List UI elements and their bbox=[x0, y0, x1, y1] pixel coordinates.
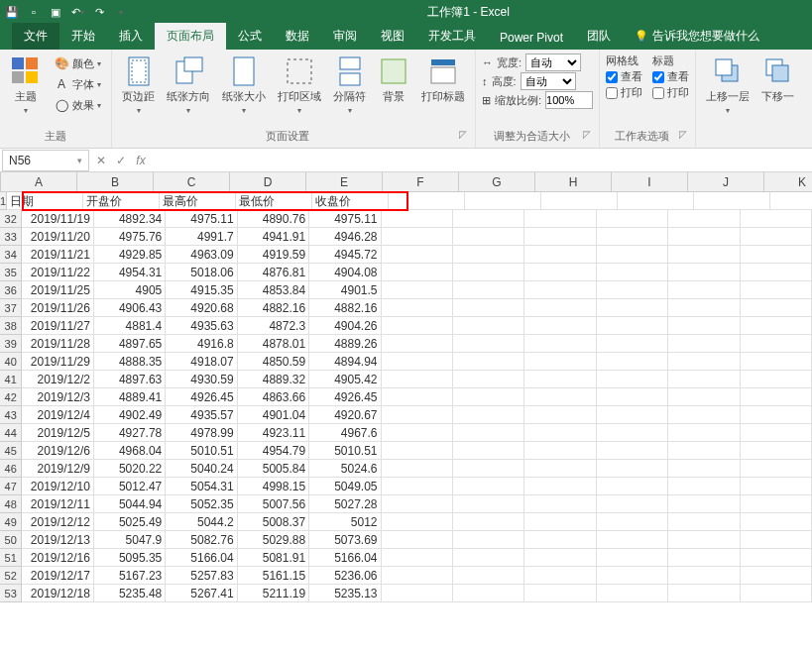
tab-insert[interactable]: 插入 bbox=[107, 23, 155, 50]
redo-icon[interactable]: ↷ bbox=[91, 4, 107, 20]
cell[interactable]: 2019/12/16 bbox=[22, 549, 93, 567]
cell[interactable]: 4941.91 bbox=[238, 228, 309, 246]
cell[interactable]: 2019/12/6 bbox=[22, 442, 93, 460]
cell[interactable] bbox=[382, 406, 453, 424]
cell[interactable]: 4904.26 bbox=[309, 317, 381, 335]
row-header[interactable]: 38 bbox=[0, 317, 22, 335]
cell[interactable]: 4850.59 bbox=[238, 353, 309, 371]
cell[interactable]: 2019/12/13 bbox=[22, 531, 93, 549]
cell[interactable] bbox=[597, 585, 668, 602]
cell[interactable]: 2019/12/3 bbox=[22, 388, 93, 406]
cell[interactable] bbox=[524, 442, 596, 460]
cell[interactable]: 5044.94 bbox=[94, 495, 166, 513]
row-header[interactable]: 50 bbox=[0, 531, 22, 549]
cell[interactable]: 4892.34 bbox=[94, 210, 166, 228]
new-icon[interactable]: ▫ bbox=[26, 4, 42, 20]
row-header[interactable]: 51 bbox=[0, 549, 22, 567]
gridlines-view-check[interactable]: 查看 bbox=[606, 69, 642, 84]
cell[interactable] bbox=[541, 192, 618, 210]
cell[interactable] bbox=[741, 495, 812, 513]
cell[interactable] bbox=[597, 495, 668, 513]
cell[interactable]: 5008.37 bbox=[238, 513, 309, 531]
cell[interactable] bbox=[668, 299, 740, 317]
undo-icon[interactable]: ↶▾ bbox=[69, 4, 85, 20]
cell[interactable]: 4889.26 bbox=[309, 335, 381, 353]
cell[interactable]: 2019/11/21 bbox=[22, 246, 93, 264]
cell[interactable] bbox=[741, 531, 812, 549]
size-button[interactable]: 纸张大小▾ bbox=[218, 54, 270, 117]
cell[interactable] bbox=[453, 478, 524, 495]
cell[interactable] bbox=[524, 335, 596, 353]
headings-view-check[interactable]: 查看 bbox=[652, 69, 689, 84]
cell[interactable] bbox=[597, 388, 668, 406]
tab-formulas[interactable]: 公式 bbox=[226, 23, 274, 50]
cell[interactable] bbox=[382, 549, 453, 567]
cell[interactable] bbox=[453, 442, 524, 460]
row-header[interactable]: 45 bbox=[0, 442, 22, 460]
fonts-button[interactable]: A 字体▾ bbox=[50, 74, 105, 94]
cell[interactable]: 4978.99 bbox=[166, 424, 237, 442]
cell[interactable] bbox=[524, 424, 596, 442]
print-area-button[interactable]: 打印区域▾ bbox=[274, 54, 325, 117]
cell[interactable]: 4998.15 bbox=[238, 478, 309, 495]
row-header[interactable]: 37 bbox=[0, 299, 22, 317]
cell[interactable] bbox=[668, 549, 740, 567]
row-header[interactable]: 53 bbox=[0, 585, 22, 602]
cell[interactable] bbox=[524, 567, 596, 585]
cell[interactable] bbox=[524, 281, 596, 299]
cell[interactable]: 5012 bbox=[309, 513, 381, 531]
row-header[interactable]: 47 bbox=[0, 478, 22, 495]
cell[interactable] bbox=[597, 531, 668, 549]
cell[interactable]: 5044.2 bbox=[166, 513, 237, 531]
cell[interactable] bbox=[741, 264, 812, 281]
cell[interactable]: 4930.59 bbox=[166, 371, 237, 388]
cell[interactable] bbox=[453, 246, 524, 264]
cell[interactable] bbox=[597, 513, 668, 531]
cell[interactable] bbox=[382, 495, 453, 513]
tab-view[interactable]: 视图 bbox=[369, 23, 416, 50]
cell[interactable] bbox=[453, 549, 524, 567]
cell[interactable]: 4946.28 bbox=[309, 228, 381, 246]
cell[interactable]: 5211.19 bbox=[238, 585, 309, 602]
cell[interactable]: 最低价 bbox=[236, 192, 312, 210]
row-header[interactable]: 34 bbox=[0, 246, 22, 264]
print-titles-button[interactable]: 打印标题 bbox=[417, 54, 469, 106]
width-select[interactable]: 自动 bbox=[525, 54, 581, 71]
cell[interactable] bbox=[524, 246, 596, 264]
bring-forward-button[interactable]: 上移一层▾ bbox=[702, 54, 754, 117]
cell[interactable]: 4906.43 bbox=[94, 299, 166, 317]
cell[interactable] bbox=[382, 299, 453, 317]
cell[interactable]: 4935.57 bbox=[166, 406, 237, 424]
cell[interactable] bbox=[389, 192, 465, 210]
cell[interactable]: 5025.49 bbox=[94, 513, 166, 531]
cell[interactable] bbox=[668, 388, 740, 406]
cell[interactable] bbox=[382, 531, 453, 549]
cell[interactable] bbox=[524, 210, 596, 228]
cell[interactable] bbox=[453, 406, 524, 424]
cell[interactable] bbox=[668, 460, 740, 478]
cell[interactable] bbox=[741, 549, 812, 567]
cell[interactable] bbox=[597, 246, 668, 264]
cell[interactable]: 4975.11 bbox=[309, 210, 381, 228]
headings-print-check[interactable]: 打印 bbox=[652, 85, 689, 100]
column-header[interactable]: H bbox=[535, 172, 612, 192]
cell[interactable] bbox=[741, 460, 812, 478]
cell[interactable] bbox=[453, 513, 524, 531]
row-header[interactable]: 46 bbox=[0, 460, 22, 478]
cell[interactable]: 5161.15 bbox=[238, 567, 309, 585]
cell[interactable]: 4915.35 bbox=[166, 281, 237, 299]
cell[interactable] bbox=[668, 210, 740, 228]
cell[interactable] bbox=[453, 567, 524, 585]
cell[interactable]: 5020.22 bbox=[94, 460, 166, 478]
cell[interactable] bbox=[453, 228, 524, 246]
cell[interactable]: 2019/12/9 bbox=[22, 460, 93, 478]
cell[interactable] bbox=[741, 228, 812, 246]
cell[interactable]: 2019/11/19 bbox=[22, 210, 93, 228]
cell[interactable] bbox=[668, 353, 740, 371]
column-header[interactable]: C bbox=[154, 172, 230, 192]
column-header[interactable]: F bbox=[383, 172, 459, 192]
formula-input[interactable] bbox=[151, 150, 812, 171]
cell[interactable] bbox=[453, 353, 524, 371]
breaks-button[interactable]: 分隔符▾ bbox=[329, 54, 370, 117]
cell[interactable] bbox=[524, 228, 596, 246]
